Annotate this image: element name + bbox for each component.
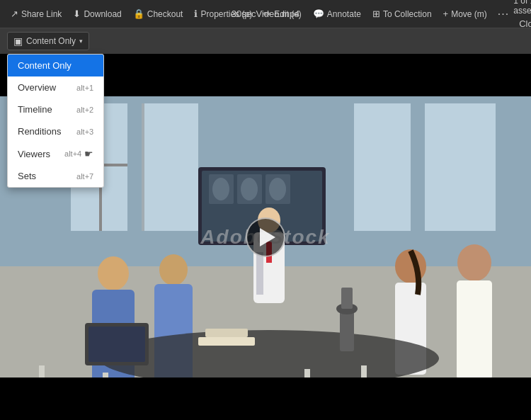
- dropdown-item-sets[interactable]: Sets alt+7: [8, 165, 103, 187]
- info-icon: ℹ: [194, 8, 198, 19]
- checkout-button[interactable]: 🔒 Checkout: [128, 6, 188, 22]
- svg-point-23: [159, 254, 188, 285]
- view-selector-row: ▣ Content Only ▾: [0, 28, 531, 54]
- svg-point-14: [212, 178, 229, 200]
- svg-rect-30: [198, 337, 255, 346]
- more-options-button[interactable]: ···: [493, 5, 513, 23]
- dropdown-item-viewers[interactable]: Viewers alt+4 ☛: [8, 142, 103, 165]
- view-selector-button[interactable]: ▣ Content Only ▾: [7, 32, 89, 50]
- svg-point-16: [269, 178, 286, 200]
- download-icon: ⬇: [73, 8, 81, 19]
- svg-rect-4: [354, 103, 411, 231]
- play-button[interactable]: [246, 217, 285, 257]
- dropdown-item-overview[interactable]: Overview alt+1: [8, 76, 103, 98]
- play-icon: [260, 228, 275, 246]
- share-icon: ↗: [11, 8, 18, 19]
- move-icon: +: [443, 8, 449, 19]
- svg-rect-33: [88, 327, 145, 362]
- svg-rect-36: [341, 288, 353, 309]
- asset-count: 1 of 1 assets Close: [513, 0, 531, 32]
- svg-rect-3: [142, 103, 198, 231]
- share-link-button[interactable]: ↗ Share Link: [6, 6, 67, 22]
- svg-rect-31: [205, 329, 248, 337]
- dropdown-item-content-only[interactable]: Content Only: [8, 55, 103, 76]
- view-dropdown-menu: Content Only Overview alt+1 Timeline alt…: [7, 54, 104, 188]
- annotate-button[interactable]: 💬 Annotate: [308, 6, 366, 22]
- move-button[interactable]: + Move (m): [438, 6, 492, 22]
- cursor-icon: ☛: [84, 148, 93, 159]
- svg-rect-5: [425, 103, 496, 231]
- dropdown-item-timeline[interactable]: Timeline alt+2: [8, 98, 103, 120]
- svg-rect-19: [256, 252, 263, 295]
- svg-point-21: [98, 256, 129, 290]
- download-button[interactable]: ⬇ Download: [68, 6, 126, 22]
- to-collection-button[interactable]: ⊞ To Collection: [367, 6, 437, 22]
- svg-point-15: [241, 178, 258, 200]
- lock-icon: 🔒: [133, 8, 144, 19]
- toolbar: ↗ Share Link ⬇ Download 🔒 Checkout ℹ Pro…: [0, 0, 531, 28]
- dropdown-item-renditions[interactable]: Renditions alt+3: [8, 120, 103, 142]
- svg-point-27: [457, 244, 491, 281]
- svg-rect-8: [142, 103, 144, 231]
- svg-rect-28: [457, 280, 492, 380]
- video-black-bar-bottom: [0, 378, 531, 420]
- svg-rect-34: [340, 309, 354, 351]
- asset-title: 30secVideo.mp4: [232, 8, 300, 19]
- chevron-down-icon: ▾: [79, 38, 83, 45]
- layout-icon: ▣: [13, 35, 23, 47]
- collection-icon: ⊞: [372, 8, 380, 19]
- comment-icon: 💬: [313, 8, 324, 19]
